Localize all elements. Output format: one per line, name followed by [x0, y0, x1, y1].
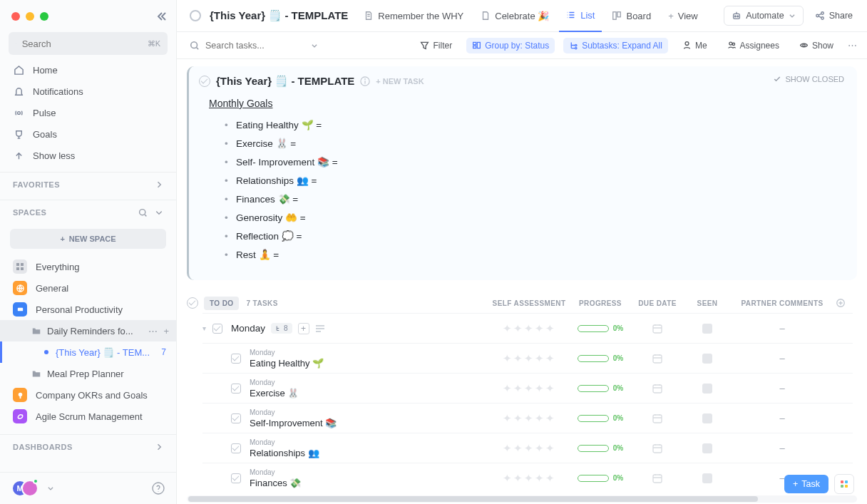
space-general[interactable]: General: [0, 277, 176, 299]
status-check-icon[interactable]: [199, 76, 210, 87]
task-name-cell[interactable]: Monday Finances 💸: [250, 468, 486, 488]
due-date-cell[interactable]: [629, 473, 686, 484]
list-meal-prep[interactable]: Meal Prep Planner: [0, 363, 176, 384]
maximize-window-icon[interactable]: [40, 12, 48, 21]
due-date-cell[interactable]: [629, 323, 686, 334]
progress-cell[interactable]: 0%: [572, 444, 629, 452]
tab-celebrate[interactable]: Celebrate 🎉: [473, 5, 556, 26]
col-self-assessment[interactable]: SELF ASSESSMENT: [486, 299, 572, 307]
task-name-cell[interactable]: Monday Exercise 🐰: [250, 379, 486, 398]
share-button[interactable]: Share: [808, 6, 860, 26]
task-name-cell[interactable]: Monday Self-Improvement 📚: [250, 408, 486, 428]
description-icon[interactable]: [315, 325, 325, 332]
nav-show-less[interactable]: Show less: [0, 145, 176, 166]
nav-notifications[interactable]: Notifications: [0, 81, 176, 102]
self-assessment-cell[interactable]: ✦✦✦✦✦: [486, 472, 572, 485]
progress-cell[interactable]: 0%: [572, 324, 629, 332]
chevron-down-icon[interactable]: [311, 42, 318, 49]
nav-pulse[interactable]: Pulse: [0, 102, 176, 123]
search-icon[interactable]: [138, 208, 148, 217]
progress-cell[interactable]: 0%: [572, 474, 629, 482]
task-search-input[interactable]: [205, 41, 305, 51]
search-container[interactable]: ⌘K: [9, 32, 168, 55]
seen-cell[interactable]: [686, 324, 729, 334]
list-this-year-template[interactable]: {This Year} 🗒️ - TEM... 7: [0, 341, 176, 363]
more-icon[interactable]: ⋯: [848, 40, 857, 51]
due-date-cell[interactable]: [629, 443, 686, 454]
add-subtask-button[interactable]: +: [298, 323, 309, 334]
progress-cell[interactable]: 0%: [572, 384, 629, 392]
minimize-window-icon[interactable]: [26, 12, 34, 21]
more-icon[interactable]: ⋯: [148, 326, 158, 336]
group-by-button[interactable]: Group by: Status: [466, 38, 555, 53]
task-row[interactable]: Monday Relationships 👥 ✦✦✦✦✦ 0% –: [202, 433, 853, 463]
self-assessment-cell[interactable]: ✦✦✦✦✦: [486, 352, 572, 365]
new-space-button[interactable]: + NEW SPACE: [10, 229, 166, 249]
task-row[interactable]: Monday Exercise 🐰 ✦✦✦✦✦ 0% –: [202, 373, 853, 403]
nav-home[interactable]: Home: [0, 59, 176, 81]
close-window-icon[interactable]: [11, 12, 20, 21]
subtasks-button[interactable]: Subtasks: Expand All: [563, 38, 668, 53]
apps-button[interactable]: [834, 474, 854, 494]
horizontal-scrollbar[interactable]: [187, 495, 857, 503]
status-circle-icon[interactable]: [190, 10, 201, 21]
assignees-button[interactable]: Assignees: [722, 38, 785, 53]
seen-cell[interactable]: [686, 413, 729, 423]
spaces-header[interactable]: SPACES: [0, 200, 176, 225]
me-button[interactable]: Me: [677, 38, 713, 53]
collapse-sidebar-icon[interactable]: [156, 11, 168, 22]
partner-comments-cell[interactable]: –: [729, 383, 836, 394]
partner-comments-cell[interactable]: –: [729, 413, 836, 423]
partner-comments-cell[interactable]: –: [729, 323, 836, 334]
chevron-down-icon[interactable]: [155, 208, 163, 217]
space-okrs[interactable]: Company OKRs and Goals: [0, 384, 176, 406]
self-assessment-cell[interactable]: ✦✦✦✦✦: [486, 322, 572, 335]
task-name-cell[interactable]: Monday 8 +: [231, 323, 486, 334]
task-name-cell[interactable]: Monday Eating Healthy 🌱: [250, 349, 486, 369]
seen-cell[interactable]: [686, 384, 729, 394]
space-personal-productivity[interactable]: Personal Productivity: [0, 299, 176, 320]
self-assessment-cell[interactable]: ✦✦✦✦✦: [486, 382, 572, 395]
new-task-button[interactable]: + NEW TASK: [376, 77, 424, 86]
partner-comments-cell[interactable]: –: [729, 443, 836, 453]
search-input[interactable]: [22, 38, 142, 49]
help-icon[interactable]: [152, 482, 165, 495]
show-button[interactable]: Show: [794, 38, 839, 53]
tab-list[interactable]: List: [559, 0, 602, 32]
seen-cell[interactable]: [686, 473, 729, 483]
task-checkbox[interactable]: [231, 384, 241, 394]
task-checkbox[interactable]: [212, 324, 222, 334]
progress-cell[interactable]: 0%: [572, 414, 629, 422]
filter-button[interactable]: Filter: [414, 38, 458, 53]
task-row-parent[interactable]: ▾ Monday 8 + ✦✦✦✦✦ 0% –: [202, 313, 853, 343]
task-checkbox[interactable]: [231, 473, 241, 483]
col-progress[interactable]: PROGRESS: [572, 299, 629, 307]
dashboards-header[interactable]: DASHBOARDS: [0, 435, 176, 459]
partner-comments-cell[interactable]: –: [729, 353, 836, 364]
task-name-cell[interactable]: Monday Relationships 👥: [250, 438, 486, 458]
col-seen[interactable]: SEEN: [686, 299, 729, 307]
scrollbar-thumb[interactable]: [188, 496, 758, 502]
status-badge[interactable]: TO DO: [204, 297, 239, 310]
add-column-button[interactable]: [836, 298, 853, 308]
nav-goals[interactable]: Goals: [0, 123, 176, 145]
show-closed-button[interactable]: SHOW CLOSED: [773, 75, 844, 83]
task-row[interactable]: Monday Finances 💸 ✦✦✦✦✦ 0% –: [202, 463, 853, 493]
favorites-header[interactable]: FAVORITES: [0, 173, 176, 197]
folder-daily-reminders[interactable]: Daily Reminders fo... ⋯ +: [0, 320, 176, 341]
task-row[interactable]: Monday Self-Improvement 📚 ✦✦✦✦✦ 0% –: [202, 403, 853, 433]
seen-cell[interactable]: [686, 354, 729, 364]
due-date-cell[interactable]: [629, 413, 686, 424]
progress-cell[interactable]: 0%: [572, 354, 629, 362]
col-partner-comments[interactable]: PARTNER COMMENTS: [729, 299, 836, 307]
expand-toggle-icon[interactable]: ▾: [202, 324, 210, 332]
task-row[interactable]: Monday Eating Healthy 🌱 ✦✦✦✦✦ 0% –: [202, 343, 853, 373]
self-assessment-cell[interactable]: ✦✦✦✦✦: [486, 442, 572, 455]
self-assessment-cell[interactable]: ✦✦✦✦✦: [486, 412, 572, 425]
task-checkbox[interactable]: [231, 354, 241, 364]
task-search[interactable]: [190, 41, 332, 51]
subtask-count-badge[interactable]: 8: [271, 323, 292, 334]
task-checkbox[interactable]: [231, 413, 241, 423]
tab-remember-why[interactable]: Remember the WHY: [356, 5, 471, 26]
automate-button[interactable]: Automate: [724, 6, 804, 26]
